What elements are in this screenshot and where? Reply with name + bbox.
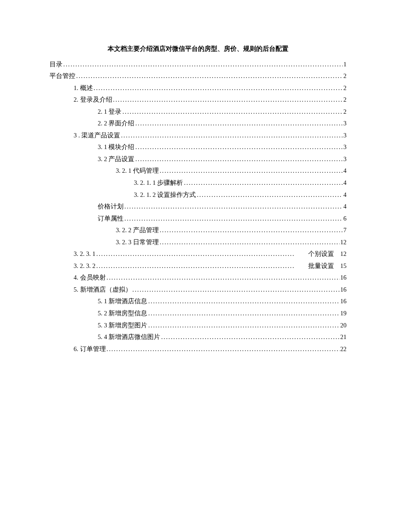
toc-leader-dots — [94, 82, 343, 94]
toc-entry[interactable]: 5. 1 新增酒店信息16 — [50, 296, 346, 308]
toc-leader-dots — [121, 130, 343, 142]
toc-page-number: 20 — [340, 320, 347, 332]
toc-label: 2. 登录及介绍 — [74, 94, 112, 106]
toc-label: 3. 2. 1. 1 步骤解析 — [134, 177, 183, 189]
toc-page-number: 4 — [343, 201, 346, 213]
toc-leader-dots — [148, 320, 339, 332]
toc-leader-dots — [135, 141, 342, 153]
toc-entry[interactable]: 4. 会员映射16 — [50, 272, 346, 284]
toc-page-number: 3 — [343, 118, 346, 130]
toc-label: 平台管控 — [50, 70, 75, 82]
toc-entry[interactable]: 3. 2. 3. 2批量设置 15 — [50, 260, 346, 272]
toc-label: 价格计划 — [98, 201, 124, 213]
toc-page-number: 批量设置 15 — [295, 260, 346, 272]
toc-entry[interactable]: 5. 4 新增酒店微信图片21 — [50, 331, 346, 343]
toc-label: 3 . 渠道产品设置 — [74, 130, 120, 142]
toc-label: 4. 会员映射 — [74, 272, 106, 284]
toc-entry[interactable]: 1. 概述2 — [50, 82, 346, 94]
toc-label: 5. 2 新增房型信息 — [98, 308, 147, 320]
toc-label: 2. 2 界面介绍 — [98, 118, 134, 130]
toc-entry[interactable]: 3. 2. 3 日常管理12 — [50, 236, 346, 249]
toc-leader-dots — [135, 153, 342, 165]
toc-label: 3. 2. 1 代码管理 — [116, 165, 159, 177]
toc-entry[interactable]: 3. 2. 2 产品管理7 — [50, 224, 346, 236]
toc-page-number: 3 — [343, 153, 346, 165]
toc-page-number: 6 — [343, 213, 346, 225]
toc-leader-dots — [63, 59, 343, 71]
toc-page-number: 16 — [340, 284, 347, 296]
toc-page-number: 1 — [343, 59, 346, 71]
toc-label: 订单属性 — [98, 213, 124, 225]
toc-entry[interactable]: 目录1 — [50, 59, 346, 71]
toc-leader-dots — [148, 308, 339, 320]
toc-leader-dots — [107, 343, 340, 355]
toc-label: 5. 1 新增酒店信息 — [98, 296, 147, 308]
toc-entry[interactable]: 平台管控2 — [50, 70, 346, 82]
toc-label: 3. 2. 1. 2 设置操作方式 — [134, 189, 196, 201]
toc-page-number: 12 — [340, 236, 347, 249]
toc-entry[interactable]: 3. 2 产品设置3 — [50, 153, 346, 165]
toc-page-number: 2 — [343, 94, 346, 106]
toc-page-number: 19 — [340, 308, 347, 320]
toc-page-number: 2 — [343, 70, 346, 82]
toc-page-number: 4 — [343, 177, 346, 189]
toc-leader-dots — [124, 213, 343, 225]
toc-leader-dots — [122, 106, 342, 118]
toc-leader-dots — [160, 224, 343, 236]
toc-page-number: 2 — [343, 106, 346, 118]
toc-leader-dots — [76, 70, 343, 82]
toc-entry[interactable]: 3. 2. 1. 1 步骤解析4 — [50, 177, 346, 189]
toc-entry[interactable]: 订单属性6 — [50, 213, 346, 225]
toc-page-number: 3 — [343, 141, 346, 153]
toc-entry[interactable]: 5. 3 新增房型图片20 — [50, 320, 346, 332]
toc-label: 3. 2. 3 日常管理 — [116, 236, 159, 249]
toc-leader-dots — [113, 94, 343, 106]
toc-entry[interactable]: 3. 2. 1. 2 设置操作方式4 — [50, 189, 346, 201]
toc-page-number: 3 — [343, 130, 346, 142]
toc-leader-dots — [96, 260, 294, 272]
toc-label: 3. 2. 3. 2 — [74, 260, 96, 272]
toc-page-number: 16 — [340, 296, 347, 308]
toc-page-number: 7 — [343, 224, 346, 236]
toc-entry[interactable]: 2. 2 界面介绍3 — [50, 118, 346, 130]
toc-label: 5. 3 新增房型图片 — [98, 320, 147, 332]
toc-entry[interactable]: 6. 订单管理22 — [50, 343, 346, 355]
toc-page-number: 16 — [340, 272, 347, 284]
toc-entry[interactable]: 3. 2. 3. 1个别设置 12 — [50, 248, 346, 260]
table-of-contents: 目录1平台管控21. 概述22. 登录及介绍22. 1 登录22. 2 界面介绍… — [50, 59, 346, 355]
toc-entry[interactable]: 2. 1 登录2 — [50, 106, 346, 118]
toc-label: 3. 2. 3. 1 — [74, 248, 96, 260]
toc-label: 3. 1 模块介绍 — [98, 141, 134, 153]
toc-label: 3. 2. 2 产品管理 — [116, 224, 159, 236]
toc-entry[interactable]: 5. 新增酒店（虚拟）16 — [50, 284, 346, 296]
toc-leader-dots — [160, 165, 343, 177]
toc-page-number: 个别设置 12 — [295, 248, 346, 260]
toc-leader-dots — [197, 189, 342, 201]
toc-leader-dots — [148, 296, 339, 308]
toc-entry[interactable]: 2. 登录及介绍2 — [50, 94, 346, 106]
toc-label: 1. 概述 — [74, 82, 93, 94]
toc-leader-dots — [160, 236, 340, 249]
toc-entry[interactable]: 3. 2. 1 代码管理4 — [50, 165, 346, 177]
toc-page-number: 4 — [343, 165, 346, 177]
toc-page-number: 22 — [340, 343, 347, 355]
toc-leader-dots — [135, 118, 342, 130]
toc-entry[interactable]: 3. 1 模块介绍3 — [50, 141, 346, 153]
toc-label: 5. 新增酒店（虚拟） — [74, 284, 132, 296]
toc-page-number: 2 — [343, 82, 346, 94]
toc-page-number: 21 — [340, 331, 347, 343]
doc-title: 本文档主要介绍酒店对微信平台的房型、房价、规则的后台配置 — [50, 43, 346, 55]
toc-leader-dots — [107, 272, 340, 284]
toc-leader-dots — [133, 284, 340, 296]
toc-leader-dots — [124, 201, 343, 213]
toc-entry[interactable]: 5. 2 新增房型信息19 — [50, 308, 346, 320]
toc-label: 2. 1 登录 — [98, 106, 121, 118]
toc-label: 目录 — [50, 59, 62, 71]
toc-label: 5. 4 新增酒店微信图片 — [98, 331, 160, 343]
toc-entry[interactable]: 3 . 渠道产品设置3 — [50, 130, 346, 142]
toc-leader-dots — [161, 331, 339, 343]
toc-leader-dots — [96, 248, 294, 260]
toc-page-number: 4 — [343, 189, 346, 201]
toc-label: 6. 订单管理 — [74, 343, 106, 355]
toc-entry[interactable]: 价格计划4 — [50, 201, 346, 213]
